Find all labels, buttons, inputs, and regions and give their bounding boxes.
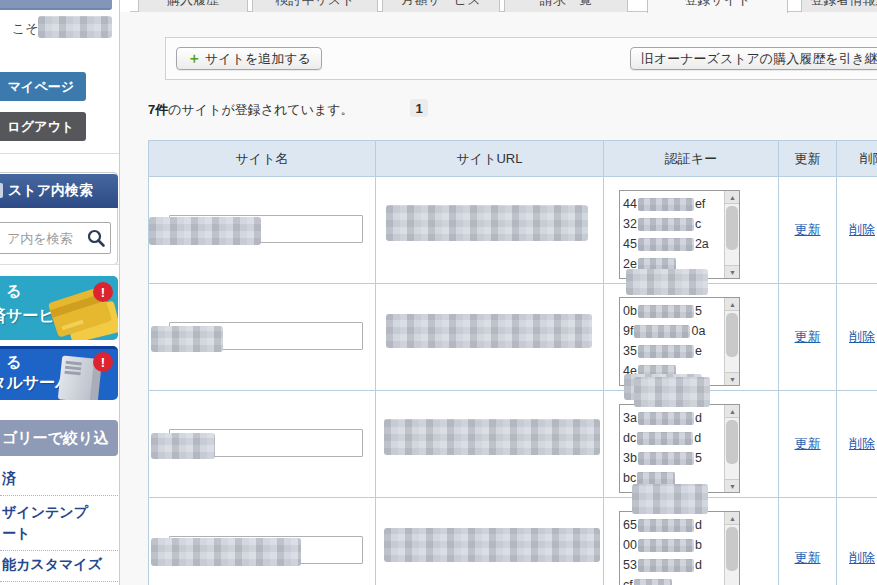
redaction-blur [638, 559, 694, 572]
tab-registered-sites[interactable]: 登録サイト [647, 0, 788, 13]
scrollbar[interactable]: ▲ ▼ [724, 298, 739, 385]
alert-badge: ! [93, 282, 113, 302]
owners-store-page: こそ マイページ ログアウト ストア内検索 る 済サービス ! る [0, 0, 877, 585]
redaction-blur [638, 412, 694, 425]
welcome-text: こそ [12, 20, 39, 38]
redaction-blur [626, 269, 708, 295]
scrollbar[interactable]: ▲ ▼ [724, 512, 739, 585]
delete-cell: 削除 [837, 284, 877, 391]
redaction-blur [151, 433, 215, 459]
scroll-thumb[interactable] [726, 527, 738, 571]
banner-text: る [6, 282, 21, 301]
redaction-blur [634, 325, 690, 338]
divider [0, 153, 119, 154]
update-cell: 更新 [779, 177, 837, 284]
col-header-delete: 削除 [837, 141, 877, 177]
store-search-header: ストア内検索 [0, 174, 118, 208]
redaction-blur [634, 377, 710, 407]
scrollbar[interactable]: ▲ ▼ [724, 405, 739, 492]
site-url-cell [376, 498, 604, 585]
redaction-blur [386, 314, 592, 348]
scroll-up-icon[interactable]: ▲ [725, 298, 740, 311]
import-history-label: 旧オーナーズストアの購入履歴を引き継ぐ [641, 50, 877, 68]
auth-key-textarea[interactable]: 44ef 32c 452a 2e ▲ ▼ [619, 190, 740, 279]
scroll-down-icon[interactable]: ▼ [725, 479, 740, 492]
mypage-button[interactable]: マイページ [0, 72, 86, 101]
sidebar-item-design-template[interactable]: ザインテンプ ート [0, 496, 118, 551]
site-name-cell [149, 498, 376, 585]
redaction-blur [638, 345, 694, 358]
redaction-blur [386, 205, 588, 241]
tab-purchase-history[interactable]: 購入履歴 [138, 0, 248, 12]
scroll-thumb[interactable] [726, 313, 738, 357]
redaction-blur [638, 238, 694, 251]
sidebar: こそ マイページ ログアウト ストア内検索 る 済サービス ! る [0, 0, 120, 585]
delete-link[interactable]: 削除 [849, 328, 875, 346]
site-url-cell [376, 284, 604, 391]
category-filter-header: ゴリーで絞り込 [0, 420, 118, 456]
redaction-blur [638, 198, 694, 211]
site-count-text: 7件のサイトが登録されています。 [148, 101, 354, 119]
delete-link[interactable]: 削除 [849, 435, 875, 453]
update-link[interactable]: 更新 [795, 435, 821, 453]
update-cell: 更新 [779, 391, 837, 498]
add-site-button[interactable]: ＋ サイトを追加する [176, 47, 322, 70]
search-icon[interactable] [86, 228, 106, 248]
logout-button[interactable]: ログアウト [0, 112, 86, 141]
update-cell: 更新 [779, 284, 837, 391]
delete-cell: 削除 [837, 391, 877, 498]
col-header-update: 更新 [779, 141, 837, 177]
auth-key-cell: 65d 00b 53d cf ▲ ▼ [604, 498, 779, 585]
update-link[interactable]: 更新 [795, 328, 821, 346]
redaction-blur [638, 519, 694, 532]
col-header-site-name: サイト名 [149, 141, 376, 177]
col-header-site-url: サイトURL [376, 141, 604, 177]
tab-consideration-list[interactable]: 検討中リスト [252, 0, 378, 12]
scroll-thumb[interactable] [726, 206, 738, 250]
sidebar-item-customize[interactable]: 能カスタマイズ [0, 548, 118, 582]
scrollbar[interactable]: ▲ ▼ [724, 191, 739, 278]
redaction-blur [632, 484, 708, 514]
username-redacted [38, 16, 112, 38]
banner-text: る [6, 353, 21, 372]
plus-icon: ＋ [187, 50, 201, 68]
sidebar-item-payment[interactable]: 済 [0, 462, 118, 496]
auth-key-textarea[interactable]: 65d 00b 53d cf ▲ ▼ [619, 511, 740, 585]
auth-key-textarea[interactable]: 0b5 9f0a 35e 4e ▲ ▼ [619, 297, 740, 386]
update-cell: 更新 [779, 498, 837, 585]
delete-link[interactable]: 削除 [849, 221, 875, 239]
redaction-blur [638, 218, 694, 231]
redaction-blur [634, 579, 672, 585]
pagination-page-1[interactable]: 1 [410, 99, 428, 117]
redaction-blur [638, 305, 694, 318]
sidebar-top-banner [0, 0, 112, 10]
redaction-blur [638, 539, 694, 552]
store-icon [0, 183, 3, 198]
tab-billing-list[interactable]: 請求一覧 [504, 0, 628, 12]
site-url-cell [376, 391, 604, 498]
site-count-number: 7件 [148, 102, 168, 117]
site-name-cell [149, 391, 376, 498]
scroll-down-icon[interactable]: ▼ [725, 265, 740, 278]
scroll-up-icon[interactable]: ▲ [725, 405, 740, 418]
site-name-cell [149, 284, 376, 391]
import-history-button[interactable]: 旧オーナーズストアの購入履歴を引き継ぐ [630, 47, 877, 70]
update-link[interactable]: 更新 [795, 221, 821, 239]
site-name-cell [149, 177, 376, 284]
add-site-label: サイトを追加する [205, 50, 311, 68]
server-icon [58, 355, 96, 400]
scroll-thumb[interactable] [726, 420, 738, 464]
delete-cell: 削除 [837, 177, 877, 284]
scroll-up-icon[interactable]: ▲ [725, 191, 740, 204]
tab-monthly-service[interactable]: 月額サービス [382, 0, 500, 12]
update-link[interactable]: 更新 [795, 549, 821, 567]
auth-key-cell: 0b5 9f0a 35e 4e ▲ ▼ [604, 284, 779, 391]
scroll-up-icon[interactable]: ▲ [725, 512, 740, 525]
auth-key-cell: 44ef 32c 452a 2e ▲ ▼ [604, 177, 779, 284]
redaction-blur [384, 528, 600, 562]
scroll-down-icon[interactable]: ▼ [725, 372, 740, 385]
auth-key-textarea[interactable]: 3ad dcd 3b5 bc ▲ ▼ [619, 404, 740, 493]
tab-registrant-info[interactable]: 登録者情報変更 [801, 0, 877, 12]
redaction-blur [151, 538, 301, 566]
delete-link[interactable]: 削除 [849, 549, 875, 567]
